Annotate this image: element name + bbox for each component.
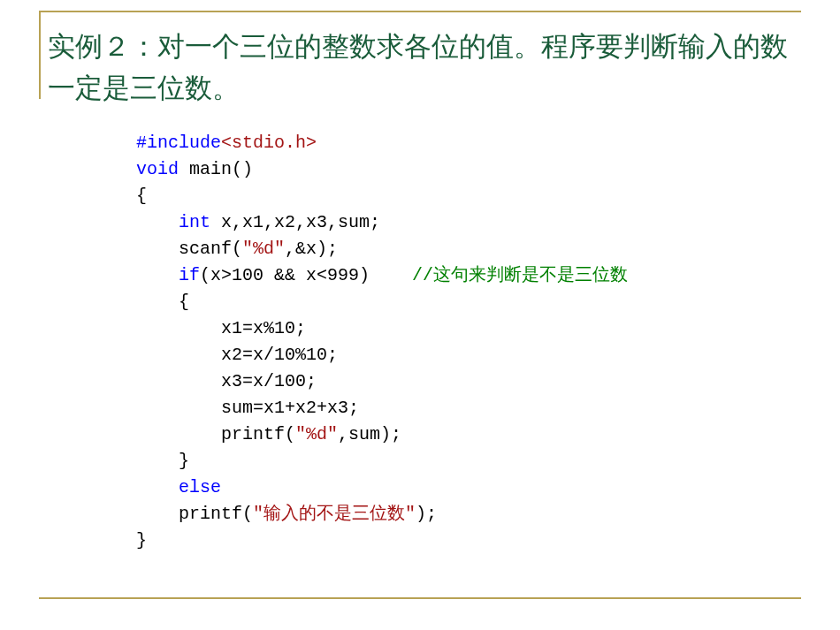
frame-bottom: [39, 597, 801, 599]
code-header: <stdio.h>: [221, 133, 317, 153]
code-vars: x,x1,x2,x3,sum;: [210, 212, 380, 232]
slide-content: 实例２：对一个三位的整数求各位的值。程序要判断输入的数一定是三位数。 #incl…: [48, 27, 792, 554]
code-sum: sum=x1+x2+x3;: [136, 398, 359, 418]
code-inner-brace-open: {: [136, 292, 189, 312]
code-include-kw: #include: [136, 133, 221, 153]
code-printf-fmt: "%d": [295, 424, 338, 444]
code-printf-b: ,sum);: [338, 424, 401, 444]
code-printf2-b: );: [416, 504, 437, 524]
code-block: #include<stdio.h> void main() { int x,x1…: [136, 130, 792, 554]
code-main: main(): [179, 159, 253, 179]
code-printf2-str: "输入的不是三位数": [253, 504, 416, 524]
code-printf-a: printf(: [136, 424, 295, 444]
code-int-kw: int: [136, 212, 210, 232]
code-x1: x1=x%10;: [136, 318, 306, 338]
code-scanf-a: scanf(: [136, 239, 242, 259]
code-x3: x3=x/100;: [136, 371, 317, 391]
code-brace-open: {: [136, 186, 147, 206]
code-scanf-fmt: "%d": [242, 239, 285, 259]
code-cond: (x>100 && x<999): [200, 265, 412, 285]
code-x2: x2=x/10%10;: [136, 345, 338, 365]
slide-title: 实例２：对一个三位的整数求各位的值。程序要判断输入的数一定是三位数。: [48, 27, 792, 109]
frame-left: [39, 11, 41, 99]
code-scanf-b: ,&x);: [285, 239, 338, 259]
code-void-kw: void: [136, 159, 179, 179]
code-comment: //这句来判断是不是三位数: [412, 265, 628, 285]
frame-top: [39, 11, 801, 12]
code-inner-brace-close: }: [136, 451, 189, 471]
code-printf2-a: printf(: [136, 504, 253, 524]
code-brace-close: }: [136, 530, 147, 550]
code-if-kw: if: [136, 265, 200, 285]
code-else-kw: else: [136, 477, 221, 497]
